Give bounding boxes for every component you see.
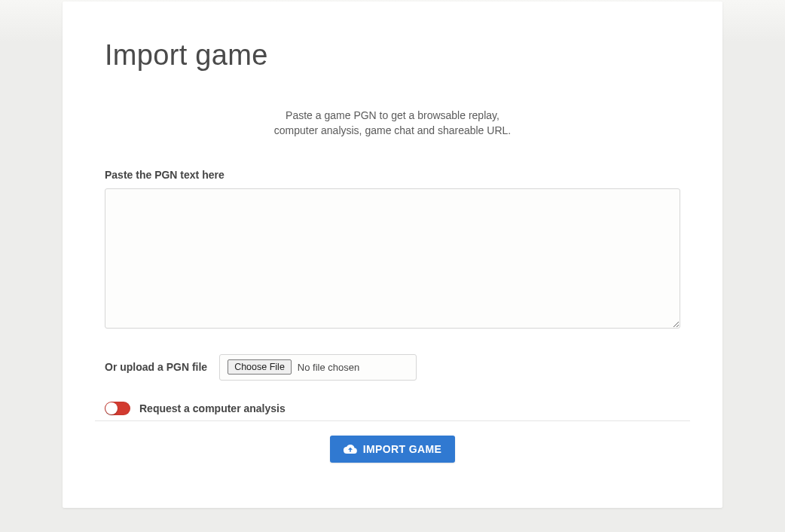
cloud-upload-icon bbox=[344, 444, 357, 454]
upload-label: Or upload a PGN file bbox=[105, 361, 207, 373]
import-game-button-label: IMPORT GAME bbox=[363, 443, 442, 455]
submit-wrap: IMPORT GAME bbox=[63, 436, 722, 463]
upload-row: Or upload a PGN file Choose File No file… bbox=[105, 354, 680, 381]
analysis-toggle-row: Request a computer analysis bbox=[105, 402, 680, 435]
subtitle-line1: Paste a game PGN to get a browsable repl… bbox=[105, 108, 680, 123]
file-status-text: No file chosen bbox=[298, 362, 359, 373]
choose-file-button[interactable]: Choose File bbox=[228, 359, 292, 375]
analysis-toggle[interactable] bbox=[105, 402, 130, 415]
pgn-textarea[interactable] bbox=[105, 188, 680, 329]
file-input-box[interactable]: Choose File No file chosen bbox=[219, 354, 417, 381]
page-title: Import game bbox=[105, 39, 680, 72]
import-game-card: Import game Paste a game PGN to get a br… bbox=[63, 2, 722, 508]
pgn-textarea-label: Paste the PGN text here bbox=[105, 169, 680, 181]
toggle-knob bbox=[105, 402, 118, 414]
import-game-button[interactable]: IMPORT GAME bbox=[330, 436, 456, 463]
analysis-toggle-label: Request a computer analysis bbox=[139, 402, 286, 414]
page-subtitle: Paste a game PGN to get a browsable repl… bbox=[105, 108, 680, 139]
subtitle-line2: computer analysis, game chat and shareab… bbox=[105, 123, 680, 138]
divider bbox=[95, 420, 690, 421]
